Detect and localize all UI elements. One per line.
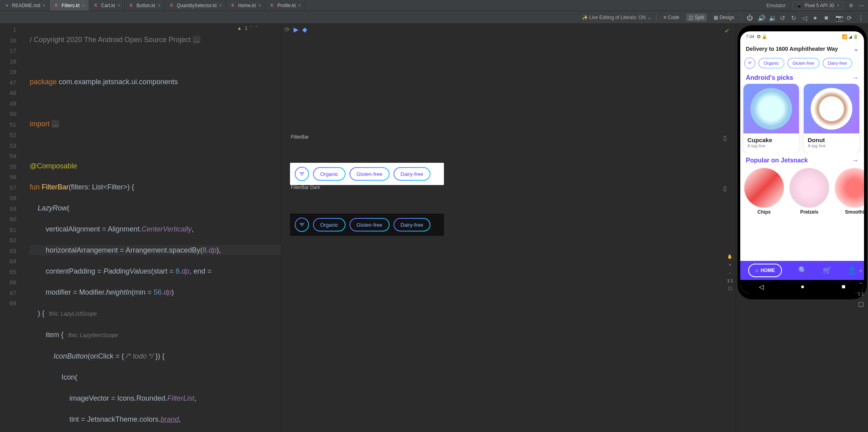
zoom-out-icon[interactable]: － <box>858 279 864 287</box>
snack-item[interactable]: Pretzels <box>789 168 829 215</box>
file-tab[interactable]: KCart.kt× <box>89 0 125 11</box>
overview-icon[interactable]: ■ <box>824 14 831 21</box>
file-icon: K <box>93 3 99 8</box>
back-icon[interactable]: ◁ <box>802 14 808 21</box>
search-icon[interactable]: 🔍 <box>798 266 807 275</box>
home-icon[interactable]: ● <box>813 14 820 21</box>
emulator-pane: 7:04 ✪ 🔒 📶 ◢ 🔋 Delivery to 1600 Amphithe… <box>735 24 868 432</box>
file-tab[interactable]: KQuantitySelector.kt× <box>165 0 226 11</box>
device-frame-icon[interactable]: ▯ <box>723 185 727 192</box>
more-icon[interactable]: ⋮ <box>858 14 864 21</box>
tab-label: README.md <box>12 3 40 8</box>
gear-icon[interactable]: ⚙ <box>849 3 853 8</box>
refresh-preview-icon[interactable]: ⟳ <box>284 26 290 33</box>
zoom-ratio[interactable]: 1:1 <box>727 278 733 283</box>
snack-card[interactable]: DonutA tag line <box>804 84 859 153</box>
arrow-right-icon[interactable]: → <box>852 74 858 81</box>
close-icon[interactable]: × <box>258 3 261 8</box>
file-tab[interactable]: KProfile.kt× <box>265 0 305 11</box>
refresh-icon[interactable]: ⟳ <box>847 14 853 21</box>
filter-list-icon[interactable] <box>295 167 309 181</box>
system-nav: ◁ ● ■ <box>740 280 864 293</box>
device-selector[interactable]: 📱 Pixel 5 API 30 × <box>793 2 843 10</box>
zoom-in-icon[interactable]: ＋ <box>728 262 732 268</box>
view-code-button[interactable]: ≡Code <box>661 14 682 21</box>
rotate-right-icon[interactable]: ↻ <box>791 14 797 21</box>
close-icon[interactable]: × <box>298 3 301 8</box>
home-icon[interactable]: ● <box>801 283 805 290</box>
tab-label: Filters.kt <box>61 3 79 8</box>
close-icon[interactable]: × <box>837 3 839 8</box>
editor-toolbar: ✨ Live Editing of Literals: ON ⌄ ≡Code ◫… <box>0 11 868 24</box>
snack-item[interactable]: Chips <box>744 168 784 215</box>
cart-icon[interactable]: 🛒 <box>823 266 832 275</box>
tab-label: Button.kt <box>136 3 155 8</box>
chevron-down-icon: ⌄ <box>647 15 651 20</box>
rotate-left-icon[interactable]: ↺ <box>780 14 786 21</box>
file-icon: ▾ <box>4 3 10 8</box>
fit-icon[interactable]: ▢ <box>728 285 732 291</box>
chevron-down-icon: ⌄ <box>854 46 858 52</box>
check-icon: ✔ <box>724 27 730 35</box>
filter-chip[interactable]: Organic <box>313 218 346 231</box>
view-design-button[interactable]: ▦Design <box>711 14 737 21</box>
zoom-ratio[interactable]: 1:1 <box>858 291 864 296</box>
filter-chip[interactable]: Dairy-free <box>394 167 430 181</box>
live-edit-toggle[interactable]: ✨ Live Editing of Literals: ON ⌄ <box>582 15 651 20</box>
filter-list-icon[interactable] <box>744 58 755 69</box>
section-header: Android's picks → <box>740 70 864 84</box>
volume-down-icon[interactable]: 🔉 <box>769 14 775 21</box>
close-icon[interactable]: × <box>219 3 222 8</box>
snack-item[interactable]: Smoothi <box>835 168 864 215</box>
filter-chip[interactable]: Gluten-free <box>350 167 390 181</box>
minimize-icon[interactable]: — <box>859 3 864 8</box>
filter-chip[interactable]: Organic <box>313 167 346 181</box>
snack-card[interactable]: CupcakeA tag line <box>743 84 799 153</box>
pan-icon[interactable]: ✋ <box>727 254 733 259</box>
arrow-right-icon[interactable]: → <box>852 157 858 164</box>
close-icon[interactable]: × <box>157 3 160 8</box>
profile-icon[interactable]: 👤 <box>847 266 856 275</box>
overview-icon[interactable]: ■ <box>842 283 846 290</box>
file-tab[interactable]: KFilters.kt× <box>50 0 89 11</box>
filter-chip[interactable]: Dairy-free <box>823 58 852 68</box>
code-content[interactable]: / Copyright 2020 The Android Open Source… <box>30 24 281 432</box>
line-gutter: 1161718194748495051525354555657585960616… <box>0 24 22 309</box>
volume-up-icon[interactable]: 🔊 <box>758 14 764 21</box>
file-tab[interactable]: KHome.kt× <box>226 0 265 11</box>
bottom-nav: ⌂ HOME 🔍 🛒 👤 <box>740 261 864 280</box>
filter-chip[interactable]: Gluten-free <box>787 58 820 68</box>
tab-label: QuantitySelector.kt <box>177 3 217 8</box>
back-icon[interactable]: ◁ <box>759 283 764 291</box>
fit-icon[interactable]: ▢ <box>858 300 864 308</box>
device-frame-icon[interactable]: ▯ <box>723 134 727 142</box>
section-header: Popular on Jetsnack → <box>740 153 864 166</box>
layers-icon[interactable]: ◆ <box>302 26 307 33</box>
phone-icon: 📱 <box>796 3 802 8</box>
tab-label: Profile.kt <box>277 3 296 8</box>
filter-chip[interactable]: Dairy-free <box>394 218 430 231</box>
file-tab[interactable]: KButton.kt× <box>125 0 165 11</box>
file-tab[interactable]: ▾README.md× <box>0 0 50 11</box>
close-icon[interactable]: × <box>42 3 45 8</box>
code-editor[interactable]: ▲1 ˆˇ 1161718194748495051525354555657585… <box>0 24 281 432</box>
app-screen[interactable]: 7:04 ✪ 🔒 📶 ◢ 🔋 Delivery to 1600 Amphithe… <box>740 31 864 293</box>
app-filter-bar: Organic Gluten-free Dairy-free <box>740 56 864 70</box>
deploy-icon[interactable]: ▶ <box>294 26 298 33</box>
nav-home-button[interactable]: ⌂ HOME <box>748 264 782 277</box>
camera-icon[interactable]: 📷 <box>835 14 842 21</box>
delivery-header[interactable]: Delivery to 1600 Amphitheater Way ⌄ <box>740 42 864 56</box>
close-icon[interactable]: × <box>82 3 85 8</box>
zoom-out-icon[interactable]: － <box>728 270 732 276</box>
filter-list-icon[interactable] <box>295 218 309 232</box>
filter-chip[interactable]: Gluten-free <box>350 218 390 231</box>
preview-dark-label: FilterBar Dark <box>291 185 320 190</box>
view-split-button[interactable]: ◫Split <box>686 14 706 21</box>
file-icon: K <box>269 3 275 8</box>
filter-chip[interactable]: Organic <box>759 58 784 68</box>
power-icon[interactable]: ⏻ <box>747 14 753 21</box>
file-icon: K <box>169 3 174 8</box>
zoom-in-icon[interactable]: ＋ <box>858 267 864 275</box>
close-icon[interactable]: × <box>117 3 120 8</box>
compose-preview-pane: ⟳ ▶ ◆ ✔ FilterBar ▯ Organic Gluten-free … <box>281 24 735 432</box>
